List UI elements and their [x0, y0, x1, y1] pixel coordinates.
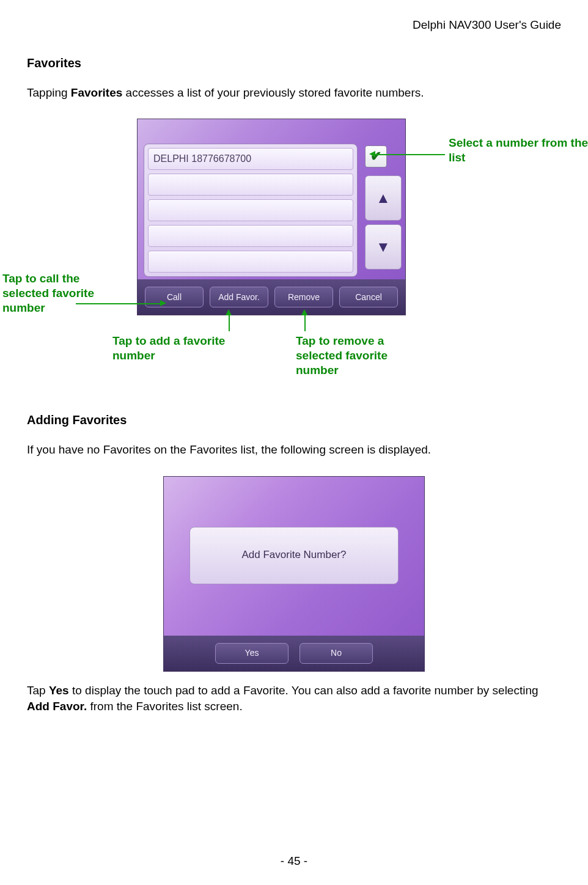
- favorites-screen: DELPHI 18776678700 ✔ ▲ ▼ Call Add Favor.…: [137, 119, 406, 315]
- page-number: - 45 -: [0, 853, 588, 869]
- scroll-down-button[interactable]: ▼: [365, 224, 402, 270]
- select-checkmark-icon[interactable]: ✔: [365, 145, 387, 167]
- triangle-up-icon: ▲: [376, 188, 391, 208]
- favorites-list-item-1[interactable]: DELPHI 18776678700: [148, 148, 353, 170]
- closing-bold-yes: Yes: [49, 684, 69, 697]
- arrow-select-head: [369, 151, 375, 157]
- favorites-list-panel: DELPHI 18776678700: [144, 144, 358, 277]
- add-favor-button[interactable]: Add Favor.: [210, 287, 268, 307]
- scroll-up-button[interactable]: ▲: [365, 175, 402, 221]
- no-button[interactable]: No: [300, 643, 373, 664]
- closing-post: from the Favorites list screen.: [87, 700, 242, 713]
- favorites-list-item-5[interactable]: [148, 251, 353, 273]
- favorites-intro: Tapping Favorites accesses a list of you…: [27, 85, 561, 101]
- cancel-button[interactable]: Cancel: [339, 287, 398, 307]
- arrow-select-line: [375, 154, 445, 155]
- remove-button[interactable]: Remove: [274, 287, 333, 307]
- button-bar: Call Add Favor. Remove Cancel: [138, 279, 405, 315]
- adding-intro: If you have no Favorites on the Favorite…: [27, 442, 561, 458]
- intro-text-pre: Tapping: [27, 86, 71, 99]
- closing-bold-addfavor: Add Favor.: [27, 700, 87, 713]
- add-favorite-dialog: Add Favorite Number?: [189, 527, 399, 584]
- arrow-remove-head: [301, 309, 307, 315]
- arrow-call-head: [160, 300, 166, 306]
- arrow-call-line: [76, 303, 160, 304]
- annotation-call: Tap to call the selected favorite number: [2, 271, 125, 315]
- intro-text-bold: Favorites: [71, 86, 122, 99]
- dialog-button-bar: Yes No: [164, 636, 424, 671]
- triangle-down-icon: ▼: [376, 237, 391, 257]
- intro-text-post: accesses a list of your previously store…: [122, 86, 424, 99]
- header-guide-title: Delphi NAV300 User's Guide: [27, 17, 561, 33]
- arrow-add-line: [229, 314, 230, 331]
- arrow-remove-line: [304, 314, 306, 331]
- closing-mid: to display the touch pad to add a Favori…: [69, 684, 538, 697]
- annotation-add: Tap to add a favorite number: [112, 334, 241, 363]
- favorites-list-item-2[interactable]: [148, 174, 353, 196]
- annotation-select: Select a number from the list: [449, 136, 588, 165]
- section-adding-title: Adding Favorites: [27, 412, 561, 428]
- favorites-list-item-4[interactable]: [148, 225, 353, 247]
- annotation-remove: Tap to remove a selected favorite number: [296, 334, 418, 377]
- closing-pre: Tap: [27, 684, 49, 697]
- add-favorite-screen: Add Favorite Number? Yes No: [163, 476, 425, 672]
- arrow-add-head: [226, 309, 232, 315]
- yes-button[interactable]: Yes: [215, 643, 288, 664]
- favorites-list-item-3[interactable]: [148, 199, 353, 221]
- closing-text: Tap Yes to display the touch pad to add …: [27, 683, 561, 714]
- section-favorites-title: Favorites: [27, 55, 561, 72]
